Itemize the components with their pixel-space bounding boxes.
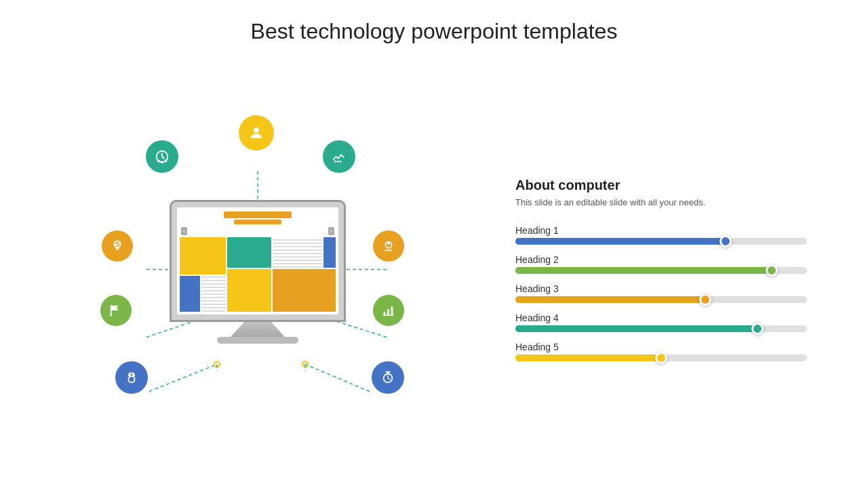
icon-chart-people — [323, 140, 355, 173]
slider-track-2[interactable] — [515, 267, 807, 274]
monitor-stand — [231, 322, 285, 337]
svg-point-12 — [214, 362, 220, 367]
svg-rect-29 — [384, 312, 386, 316]
svg-point-21 — [165, 160, 167, 163]
slider-label-3: Heading 3 — [515, 283, 827, 294]
slider-fill-1 — [515, 238, 726, 245]
svg-point-23 — [337, 161, 339, 163]
about-description: This slide is an editable slide with all… — [515, 197, 827, 207]
page-title: Best technology powerpoint templates — [27, 0, 841, 51]
slider-item-2: Heading 2 — [515, 254, 827, 274]
about-title: About computer — [515, 178, 827, 193]
slider-track-5[interactable] — [515, 354, 807, 361]
svg-rect-31 — [391, 307, 393, 316]
slider-label-4: Heading 4 — [515, 312, 827, 323]
computer-illustration: ‹ › — [170, 200, 346, 344]
svg-point-28 — [110, 314, 112, 317]
slider-thumb-5[interactable] — [655, 352, 667, 364]
slider-item-5: Heading 5 — [515, 342, 827, 361]
slider-track-1[interactable] — [515, 238, 807, 245]
icon-timer — [372, 361, 404, 394]
icon-idea — [102, 230, 133, 262]
slider-thumb-2[interactable] — [766, 264, 778, 277]
svg-point-22 — [334, 161, 336, 163]
slider-fill-4 — [515, 325, 757, 332]
slider-thumb-4[interactable] — [751, 323, 764, 335]
slider-fill-5 — [515, 354, 661, 361]
monitor: ‹ › — [170, 200, 346, 322]
main-content: ‹ › — [27, 51, 841, 488]
svg-point-20 — [161, 161, 163, 163]
slider-group: Heading 1Heading 2Heading 3Heading 4Head… — [515, 225, 827, 361]
slider-item-1: Heading 1 — [515, 225, 827, 245]
icon-medal — [115, 361, 148, 394]
slider-fill-2 — [515, 267, 772, 274]
slider-thumb-1[interactable] — [719, 235, 732, 247]
slider-track-4[interactable] — [515, 325, 807, 332]
svg-point-24 — [339, 161, 341, 163]
svg-point-27 — [387, 243, 390, 245]
icon-person — [239, 115, 274, 150]
page: Best technology powerpoint templates — [0, 0, 868, 488]
icon-goal — [100, 295, 132, 326]
right-panel: About computer This slide is an editable… — [488, 51, 841, 488]
icon-brain — [373, 230, 404, 262]
svg-line-13 — [305, 365, 370, 392]
svg-rect-30 — [387, 309, 389, 315]
slider-item-3: Heading 3 — [515, 283, 827, 303]
icon-award — [373, 295, 404, 326]
slider-thumb-3[interactable] — [699, 293, 711, 306]
svg-line-11 — [149, 365, 217, 392]
slider-label-1: Heading 1 — [515, 225, 827, 236]
slider-track-3[interactable] — [515, 296, 807, 303]
svg-point-17 — [254, 127, 259, 133]
svg-point-14 — [302, 362, 308, 367]
slider-fill-3 — [515, 296, 705, 303]
slider-item-4: Heading 4 — [515, 312, 827, 332]
svg-point-19 — [157, 160, 160, 163]
left-panel: ‹ › — [27, 51, 488, 488]
icon-clock-people — [146, 140, 178, 173]
slider-label-2: Heading 2 — [515, 254, 827, 265]
monitor-base — [217, 337, 298, 344]
screen: ‹ › — [177, 207, 338, 314]
slider-label-5: Heading 5 — [515, 342, 827, 352]
